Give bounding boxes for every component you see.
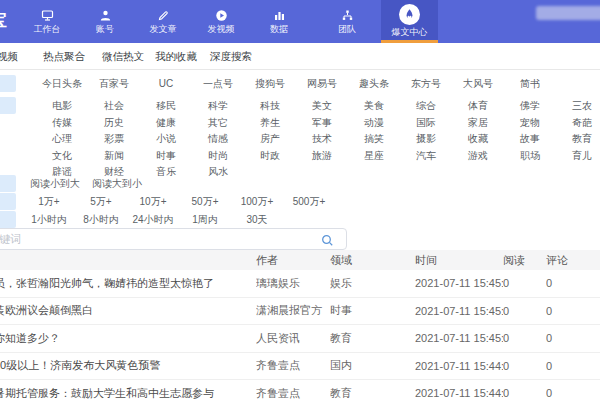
- reads-option[interactable]: 1万+: [23, 193, 75, 210]
- category-option[interactable]: 房产: [244, 130, 296, 147]
- reads-all-chip[interactable]: [0, 193, 16, 210]
- category-option[interactable]: 宠物: [504, 114, 556, 131]
- source-option[interactable]: 趣头条: [348, 75, 400, 92]
- source-option[interactable]: 网易号: [296, 75, 348, 92]
- category-option[interactable]: 小说: [140, 130, 192, 147]
- source-option[interactable]: UC: [140, 75, 192, 92]
- nav-item-data[interactable]: 数据: [255, 0, 303, 43]
- category-option[interactable]: 摄影: [400, 130, 452, 147]
- category-option[interactable]: 三农: [556, 97, 600, 114]
- table-row[interactable]: 装欧洲议会颠倒黑白 潇湘晨报官方 时事 2021-07-11 15:45:16 …: [0, 298, 600, 326]
- reads-option[interactable]: 5万+: [75, 193, 127, 210]
- category-option[interactable]: 星座: [348, 147, 400, 164]
- category-option[interactable]: 故事: [504, 130, 556, 147]
- time-option[interactable]: 8小时内: [75, 211, 127, 228]
- category-option[interactable]: 游戏: [452, 147, 504, 164]
- table-row[interactable]: 10级以上！济南发布大风黄色预警 齐鲁壹点 国内 2021-07-11 15:4…: [0, 353, 600, 381]
- source-option[interactable]: 搜狗号: [244, 75, 296, 92]
- category-option[interactable]: 时尚: [192, 147, 244, 164]
- source-all-chip[interactable]: 全部: [0, 75, 16, 92]
- category-option[interactable]: 养生: [244, 114, 296, 131]
- article-title[interactable]: 你知道多少？: [0, 331, 256, 346]
- category-option[interactable]: 收藏: [452, 130, 504, 147]
- time-option[interactable]: 24小时内: [127, 211, 179, 228]
- reads-option[interactable]: 50万+: [179, 193, 231, 210]
- nav-item-viral-center[interactable]: 爆文中心: [381, 0, 438, 43]
- category-all-chip[interactable]: 全部: [0, 97, 16, 114]
- sort-default-chip[interactable]: [0, 175, 16, 192]
- time-option[interactable]: 30天: [231, 211, 283, 228]
- article-title[interactable]: 10级以上！济南发布大风黄色预警: [0, 358, 256, 373]
- reads-option[interactable]: 100万+: [231, 193, 283, 210]
- source-option[interactable]: 一点号: [192, 75, 244, 92]
- category-option[interactable]: 佛学: [504, 97, 556, 114]
- category-option[interactable]: 时事: [140, 147, 192, 164]
- sort-option[interactable]: 阅读小到大: [24, 175, 86, 192]
- category-option[interactable]: 情感: [192, 130, 244, 147]
- sort-option[interactable]: 阅读大到小: [86, 175, 148, 192]
- source-option[interactable]: 东方号: [400, 75, 452, 92]
- category-option[interactable]: 其它: [192, 114, 244, 131]
- category-option[interactable]: 社会: [88, 97, 140, 114]
- category-option[interactable]: 移民: [140, 97, 192, 114]
- category-option[interactable]: 体育: [452, 97, 504, 114]
- table-row[interactable]: 你知道多少？ 人民资讯 教育 2021-07-11 15:45:01 0 0: [0, 325, 600, 353]
- nav-item-publish-video[interactable]: 发视频: [197, 0, 245, 43]
- article-time: 2021-07-11 15:44:32: [415, 360, 503, 372]
- article-title[interactable]: 装欧洲议会颠倒黑白: [0, 303, 256, 318]
- category-option[interactable]: 动漫: [348, 114, 400, 131]
- category-option[interactable]: 美食: [348, 97, 400, 114]
- article-title[interactable]: 暑期托管服务：鼓励大学生和高中生志愿参与: [0, 386, 256, 400]
- tab-my-favorites[interactable]: 我的收藏: [155, 50, 197, 64]
- category-option[interactable]: 家居: [452, 114, 504, 131]
- tab-viral-video[interactable]: 爆文视频: [0, 50, 18, 64]
- app-window: 宝 工作台 账号 发文章 发视频: [0, 0, 600, 400]
- category-option[interactable]: 职场: [504, 147, 556, 164]
- source-option[interactable]: 今日头条: [36, 75, 88, 92]
- category-option[interactable]: 科技: [244, 97, 296, 114]
- category-option[interactable]: 技术: [296, 130, 348, 147]
- category-option[interactable]: 风水: [192, 163, 244, 180]
- nav-item-workbench[interactable]: 工作台: [23, 0, 71, 43]
- article-title[interactable]: 员，张哲瀚阳光帅气，鞠婧祎的造型太惊艳了: [0, 276, 256, 291]
- search-input[interactable]: [0, 229, 346, 249]
- category-option[interactable]: 文化: [36, 147, 88, 164]
- category-option[interactable]: 健康: [140, 114, 192, 131]
- category-option[interactable]: 新闻: [88, 147, 140, 164]
- reads-option[interactable]: 500万+: [283, 193, 335, 210]
- source-option[interactable]: 简书: [504, 75, 556, 92]
- category-option[interactable]: 教育: [556, 130, 600, 147]
- category-option[interactable]: 传媒: [36, 114, 88, 131]
- category-option[interactable]: 综合: [400, 97, 452, 114]
- category-option[interactable]: 奇葩: [556, 114, 600, 131]
- category-option[interactable]: 时政: [244, 147, 296, 164]
- category-option[interactable]: 美文: [296, 97, 348, 114]
- category-option[interactable]: 科学: [192, 97, 244, 114]
- time-all-chip[interactable]: [0, 211, 16, 228]
- category-option[interactable]: 电影: [36, 97, 88, 114]
- tab-wechat-hot[interactable]: 微信热文: [102, 50, 144, 64]
- category-option[interactable]: 搞笑: [348, 130, 400, 147]
- source-option[interactable]: 大风号: [452, 75, 504, 92]
- tab-hot-aggregation[interactable]: 热点聚合: [43, 50, 85, 64]
- source-option[interactable]: 百家号: [88, 75, 140, 92]
- category-option[interactable]: 心理: [36, 130, 88, 147]
- category-option[interactable]: 育儿: [556, 147, 600, 164]
- time-option[interactable]: 1周内: [179, 211, 231, 228]
- category-option[interactable]: 汽车: [400, 147, 452, 164]
- search-icon[interactable]: [321, 233, 334, 251]
- nav-item-account[interactable]: 账号: [81, 0, 129, 43]
- nav-item-publish-article[interactable]: 发文章: [139, 0, 187, 43]
- table-row[interactable]: 暑期托管服务：鼓励大学生和高中生志愿参与 齐鲁壹点 教育 2021-07-11 …: [0, 380, 600, 400]
- nav-item-team[interactable]: 团队: [323, 0, 371, 43]
- table-row[interactable]: 员，张哲瀚阳光帅气，鞠婧祎的造型太惊艳了 璃璃娱乐 娱乐 2021-07-11 …: [0, 270, 600, 298]
- category-option[interactable]: 国际: [400, 114, 452, 131]
- category-option[interactable]: 历史: [88, 114, 140, 131]
- reads-option[interactable]: 10万+: [127, 193, 179, 210]
- category-option[interactable]: 彩票: [88, 130, 140, 147]
- category-option[interactable]: 军事: [296, 114, 348, 131]
- time-option[interactable]: 1小时内: [23, 211, 75, 228]
- tab-deep-search[interactable]: 深度搜索: [210, 50, 252, 64]
- account-name-blurred[interactable]: [536, 6, 600, 20]
- category-option[interactable]: 旅游: [296, 147, 348, 164]
